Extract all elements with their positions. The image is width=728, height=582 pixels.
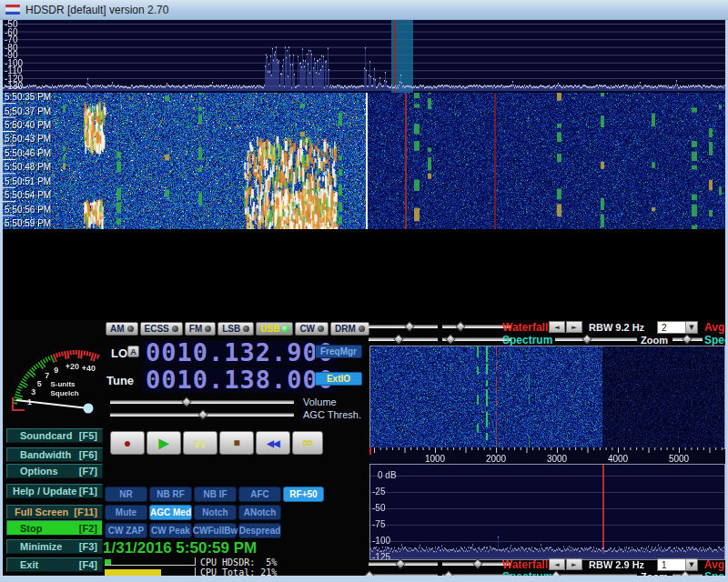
mode-lsb-button[interactable]: LSB: [217, 322, 254, 336]
fm-led-icon: [205, 326, 211, 332]
shift-right2-button[interactable]: ►: [566, 558, 582, 570]
freqmgr-button[interactable]: FreqMgr: [315, 345, 362, 358]
audio-frequency-scale[interactable]: [369, 447, 723, 464]
zoom-top-label: Zoom: [641, 335, 668, 346]
lo-label: LO: [111, 346, 127, 360]
waterfall-top-label: Waterfall: [502, 321, 548, 334]
mode-fm-button[interactable]: FM: [185, 322, 216, 336]
pause-button[interactable]: ▮▮: [183, 431, 217, 455]
spec2-gain-slider[interactable]: [369, 570, 438, 576]
avg-top-dropdown[interactable]: 2▼: [657, 321, 698, 334]
rf-gain-button[interactable]: RF+50: [283, 487, 324, 502]
audio-spectrum[interactable]: [369, 464, 725, 560]
afc-button[interactable]: AFC: [238, 487, 281, 502]
speed-top-slider[interactable]: [672, 334, 703, 346]
lsb-led-icon: [243, 326, 249, 332]
notch-button[interactable]: Notch: [194, 505, 237, 520]
loop-icon: ∞: [302, 434, 313, 452]
mode-button-row: AM ECSS FM LSB USB CW DRM: [106, 322, 369, 336]
nb-rf-button[interactable]: NB RF: [149, 487, 192, 502]
audio-panel: Waterfall ◄ ► RBW 9.2 Hz 2▼ Avg Spectrum…: [364, 320, 725, 576]
wf-contrast-slider[interactable]: [442, 321, 511, 333]
transport-bar: ● ▶ ▮▮ ■ ◀◀ ∞: [110, 431, 323, 455]
mode-ecss-button[interactable]: ECSS: [140, 322, 183, 336]
spectrum-bottom-label: Spectrum: [502, 570, 552, 576]
mute-button[interactable]: Mute: [105, 505, 147, 520]
speed-bottom-label: Spee: [704, 570, 725, 576]
avg-top-label: Avg: [704, 321, 724, 334]
s-meter[interactable]: [5, 321, 105, 417]
exit-button[interactable]: Exit[F4]: [6, 557, 103, 572]
cw-fullbw-button[interactable]: CWFullBw: [194, 523, 237, 538]
nb-if-button[interactable]: NB IF: [194, 487, 237, 502]
speed-top-label: Spee: [704, 334, 725, 346]
record-icon: ●: [124, 436, 131, 450]
options-button[interactable]: Options[F7]: [6, 464, 103, 478]
spec-range-slider[interactable]: [442, 334, 511, 346]
agc-med-button[interactable]: AGC Med: [149, 505, 192, 520]
dropdown-arrow-icon[interactable]: ▼: [685, 322, 697, 333]
mode-cw-button[interactable]: CW: [295, 322, 329, 336]
mode-usb-button[interactable]: USB: [256, 322, 293, 336]
cpu-hdsdr-text: CPU HDSDR: 5%: [200, 557, 277, 567]
spec2-range-slider[interactable]: [442, 570, 511, 576]
cpu-hdsdr-bracket: [105, 557, 196, 566]
bandwidth-button[interactable]: Bandwidth[F6]: [6, 447, 103, 462]
play-button[interactable]: ▶: [147, 431, 181, 455]
tune-frequency-display[interactable]: 0010.138.000: [142, 367, 338, 393]
am-led-icon: [127, 326, 134, 332]
app-icon: [5, 5, 20, 15]
shift-left2-button[interactable]: ◄: [549, 558, 565, 570]
avg-bottom-dropdown[interactable]: 1▼: [657, 558, 698, 571]
soundcard-button[interactable]: Soundcard[F5]: [6, 428, 103, 443]
waterfall-bottom-label: Waterfall: [502, 558, 548, 571]
cpu-total-text: CPU Total: 21%: [200, 567, 277, 576]
title-bar[interactable]: HDSDR [default] version 2.70: [0, 0, 728, 20]
despread-button[interactable]: Despread: [238, 523, 281, 538]
stop-icon: ■: [233, 436, 239, 449]
full-screen-button[interactable]: Full Screen[F11]: [6, 505, 103, 519]
nr-button[interactable]: NR: [105, 487, 147, 502]
agc-threshold-slider[interactable]: [110, 409, 294, 421]
lo-frequency-display[interactable]: 0010.132.900: [142, 340, 338, 366]
volume-slider-thumb[interactable]: [181, 396, 191, 406]
volume-slider[interactable]: [110, 396, 294, 408]
minimize-button[interactable]: Minimize[F3]: [6, 539, 103, 554]
mode-am-button[interactable]: AM: [106, 322, 138, 336]
volume-label: Volume: [303, 396, 337, 407]
cw-zap-button[interactable]: CW ZAP: [105, 523, 147, 538]
rewind-button[interactable]: ◀◀: [256, 431, 290, 455]
agc-slider-thumb[interactable]: [197, 409, 207, 419]
hdsdr-window: HDSDR [default] version 2.70 AM ECSS FM …: [0, 0, 728, 582]
zoom-bottom-slider[interactable]: [555, 570, 637, 576]
usb-led-icon: [282, 326, 288, 332]
zoom-top-slider[interactable]: [555, 334, 637, 346]
help-update-button[interactable]: Help / Update[F1]: [6, 484, 103, 498]
control-panel: AM ECSS FM LSB USB CW DRM LO A 0010.132.…: [3, 320, 725, 576]
speed-bottom-slider[interactable]: [672, 570, 703, 576]
wf2-brightness-slider[interactable]: [369, 558, 438, 570]
cw-peak-button[interactable]: CW Peak: [149, 523, 192, 538]
rbw-top-value: RBW 9.2 Hz: [589, 322, 644, 333]
shift-right-button[interactable]: ►: [566, 321, 582, 333]
spec-gain-slider[interactable]: [369, 334, 438, 346]
wf2-contrast-slider[interactable]: [442, 558, 511, 570]
shift-left-button[interactable]: ◄: [549, 321, 565, 333]
audio-waterfall[interactable]: [369, 346, 725, 449]
zoom-bottom-label: Zoom: [641, 571, 668, 576]
dropdown-arrow-icon[interactable]: ▼: [685, 559, 697, 570]
main-spectrum[interactable]: [3, 20, 725, 93]
loop-button[interactable]: ∞: [292, 431, 323, 455]
anotch-button[interactable]: ANotch: [238, 505, 281, 520]
extio-button[interactable]: ExtIO: [315, 372, 362, 386]
stop-playback-button[interactable]: ■: [219, 431, 254, 455]
spectrum-top-label: Spectrum: [502, 334, 552, 346]
agc-threshold-label: AGC Thresh.: [303, 409, 361, 420]
stop-button[interactable]: Stop[F2]: [6, 520, 103, 536]
datetime-display: 1/31/2016 5:50:59 PM: [103, 539, 257, 557]
pause-icon: ▮▮: [194, 438, 206, 448]
lo-a-button[interactable]: A: [127, 346, 139, 357]
wf-brightness-slider[interactable]: [369, 321, 438, 333]
client-area: AM ECSS FM LSB USB CW DRM LO A 0010.132.…: [3, 20, 725, 576]
record-button[interactable]: ●: [110, 431, 145, 455]
